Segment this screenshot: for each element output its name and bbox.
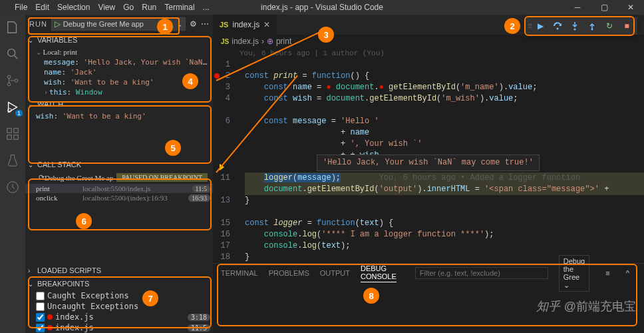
callstack-section: ⌄ ⟳ Debug the Greet Me app: PAUSED ON BR… <box>25 171 213 214</box>
js-file-icon: JS <box>220 21 228 29</box>
run-config-selector[interactable]: ▷ Debug the Greet Me app ⌄ <box>51 17 186 31</box>
clear-console-icon[interactable]: ≡ <box>605 269 609 277</box>
step-over-button[interactable] <box>550 18 565 34</box>
variables-section: ⌄ Local: print message: 'Hello Jack, You… <box>25 47 213 97</box>
step-out-button[interactable] <box>584 18 600 34</box>
console-filter-input[interactable] <box>415 267 548 279</box>
menu-file[interactable]: File <box>15 3 27 12</box>
svg-rect-5 <box>7 129 11 133</box>
menu-view[interactable]: View <box>98 3 115 12</box>
panel-tab-terminal[interactable]: TERMINAL <box>221 269 258 277</box>
svg-rect-7 <box>7 135 11 139</box>
menu-bar: File Edit Selection View Go Run Terminal… <box>4 3 210 12</box>
more-icon[interactable]: ⋯ <box>201 19 209 29</box>
callstack-header[interactable]: ⌄CALL STACK <box>25 158 213 171</box>
watch-section: wish: 'Want to be a king' <box>25 111 213 158</box>
panel-tab-output[interactable]: OUTPUT <box>320 269 350 277</box>
run-config-name: Debug the Greet Me app <box>63 20 144 28</box>
stop-button[interactable]: ■ <box>619 18 635 34</box>
breakpoint-item[interactable]: index.js3:18 <box>25 312 213 322</box>
variable-scope[interactable]: ⌄ Local: print <box>25 47 213 57</box>
js-file-icon: JS <box>221 38 229 45</box>
svg-point-11 <box>574 29 576 31</box>
close-icon[interactable]: ✕ <box>617 0 644 15</box>
svg-point-12 <box>591 29 593 31</box>
svg-point-1 <box>7 75 11 79</box>
hover-tooltip: 'Hello Jack, Your wish `NaN` may come tr… <box>317 155 540 171</box>
restart-button[interactable]: ↻ <box>601 18 617 34</box>
stack-frame[interactable]: onclick localhost:5500/(index):16:93 16:… <box>25 193 213 202</box>
panel-tab-debug-console[interactable]: DEBUG CONSOLE <box>361 264 397 282</box>
panel-tab-problems[interactable]: PROBLEMS <box>269 269 309 277</box>
menu-go[interactable]: Go <box>123 3 134 12</box>
source-control-icon[interactable] <box>5 73 20 88</box>
menu-terminal[interactable]: Terminal <box>164 3 194 12</box>
breakpoint-item[interactable]: index.js11:5 <box>25 322 213 333</box>
editor-group: JS index.js ✕ JS index.js › ⊕ print You,… <box>213 15 644 333</box>
breakpoint-uncaught[interactable]: Uncaught Exceptions <box>25 301 213 312</box>
svg-point-2 <box>7 83 11 86</box>
run-label: RUN <box>29 20 47 28</box>
svg-rect-6 <box>14 129 18 133</box>
variables-header[interactable]: ⌄VARIABLES <box>25 33 213 47</box>
panel-maximize-icon[interactable]: ^ <box>626 269 629 277</box>
method-icon: ⊕ <box>267 37 273 46</box>
code-editor[interactable]: You, 6 hours ago | 1 author (You) 123461… <box>213 48 644 263</box>
svg-point-3 <box>15 79 18 83</box>
grip-icon[interactable]: ⠿ <box>528 23 531 30</box>
stack-frame[interactable]: print localhost:5500/index.js 11:5 <box>25 184 213 193</box>
debug-icon[interactable]: 1 <box>5 100 20 115</box>
menu-run[interactable]: Run <box>142 3 156 12</box>
test-icon[interactable] <box>5 153 20 168</box>
watermark: 知乎@前端充电宝 <box>536 298 636 314</box>
files-icon[interactable] <box>5 20 20 35</box>
callstack-title: Debug the Greet Me app: <box>45 174 114 182</box>
editor-tab[interactable]: JS index.js ✕ <box>213 15 277 35</box>
menu-more[interactable]: ... <box>203 3 210 12</box>
timeline-icon[interactable] <box>5 180 20 194</box>
tab-close-icon[interactable]: ✕ <box>263 20 270 29</box>
breadcrumb[interactable]: JS index.js › ⊕ print <box>213 35 644 48</box>
svg-rect-8 <box>14 135 18 139</box>
minimize-icon[interactable]: ─ <box>564 0 591 15</box>
chevron-down-icon[interactable]: ⌄ <box>177 21 182 28</box>
line-numbers: 12346111315161718 <box>213 59 240 263</box>
menu-edit[interactable]: Edit <box>35 3 49 12</box>
gear-icon[interactable]: ⚙ <box>190 19 197 29</box>
breakpoint-caught[interactable]: Caught Exceptions <box>25 290 213 301</box>
breakpoints-section: Caught Exceptions Uncaught Exceptions in… <box>25 290 213 333</box>
activity-bar: 1 <box>0 15 25 333</box>
menu-selection[interactable]: Selection <box>57 3 90 12</box>
maximize-icon[interactable]: ▢ <box>591 0 617 15</box>
svg-point-0 <box>8 49 15 57</box>
debug-toolbar[interactable]: ⠿ ▶ ↻ ■ <box>525 17 637 35</box>
title-bar: File Edit Selection View Go Run Terminal… <box>0 0 644 15</box>
continue-button[interactable]: ▶ <box>532 18 548 34</box>
git-blame: You, 6 hours ago | 1 author (You) <box>240 48 385 59</box>
variable-row[interactable]: ›this: Window <box>25 87 213 97</box>
search-icon[interactable] <box>5 47 20 61</box>
debug-sidebar: RUN ▷ Debug the Greet Me app ⌄ ⚙ ⋯ ⌄VARI… <box>25 15 213 333</box>
extensions-icon[interactable] <box>5 127 20 141</box>
variable-row[interactable]: name: 'Jack' <box>25 67 213 77</box>
tab-label: index.js <box>232 20 259 29</box>
breakpoints-header[interactable]: ⌄BREAKPOINTS <box>25 277 213 290</box>
play-icon[interactable]: ▷ <box>55 19 61 29</box>
watch-header[interactable]: ⌄WATCH <box>25 97 213 111</box>
debug-badge: 1 <box>15 110 23 117</box>
loaded-scripts-header[interactable]: ›LOADED SCRIPTS <box>25 264 213 277</box>
variable-row[interactable]: message: 'Hello Jack, Your wish `NaN` ma… <box>25 57 213 67</box>
watch-row[interactable]: wish: 'Want to be a king' <box>25 111 213 122</box>
svg-point-10 <box>557 28 559 30</box>
step-into-button[interactable] <box>567 18 583 34</box>
window-title: index.js - app - Visual Studio Code <box>261 3 383 12</box>
callstack-status: PAUSED ON BREAKPOINT <box>116 173 208 182</box>
variable-row[interactable]: wish: 'Want to be a king' <box>25 77 213 87</box>
